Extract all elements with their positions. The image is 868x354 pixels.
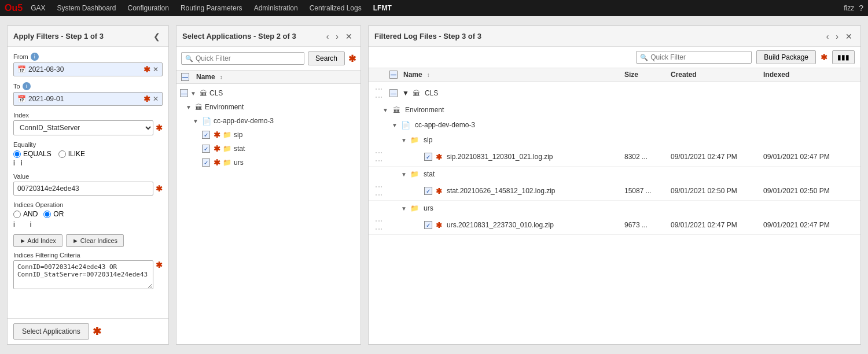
- right-search-input-wrapper[interactable]: 🔍: [636, 51, 752, 64]
- tree-row-urs[interactable]: ✱ 📁 urs: [176, 156, 361, 169]
- right-search-bar: 🔍 Build Package ✱ ▮▮▮: [369, 47, 860, 68]
- equality-radio-group: EQUALS ILIKE: [13, 150, 163, 158]
- right-select-all-checkbox[interactable]: [389, 71, 398, 79]
- right-tree-row-urs-file[interactable]: ⋮⋮ ✱ urs.20210831_223730_010.log.zip 967…: [369, 216, 860, 235]
- to-input-wrapper[interactable]: 📅 ✱ ✕: [13, 92, 163, 106]
- search-button[interactable]: Search: [308, 51, 345, 65]
- equals-radio[interactable]: [13, 150, 21, 158]
- columns-button[interactable]: ▮▮▮: [832, 50, 855, 64]
- to-clear-button[interactable]: ✕: [153, 95, 159, 103]
- tree-row-stat[interactable]: ✱ 📁 stat: [176, 142, 361, 156]
- or-radio-item[interactable]: OR: [43, 210, 64, 218]
- right-urs-file-checkbox[interactable]: [424, 221, 432, 229]
- right-tree-row-cc-app[interactable]: ▼ 📄 cc-app-dev-demo-3: [369, 117, 860, 132]
- right-stat-folder-icon: 📁: [410, 170, 419, 178]
- right-urs-file-created: 09/01/2021 02:47 PM: [671, 221, 763, 229]
- right-tree-row-stat-file[interactable]: ⋮⋮ ✱ stat.20210626_145812_102.log.zip 15…: [369, 182, 860, 201]
- urs-file-asterisk: ✱: [436, 221, 442, 230]
- to-input[interactable]: [28, 95, 141, 103]
- right-cc-app-toggle[interactable]: ▼: [392, 122, 399, 128]
- cc-app-toggle[interactable]: ▼: [193, 118, 200, 124]
- and-radio-item[interactable]: AND: [13, 210, 38, 218]
- right-tree-row-sip-file[interactable]: ⋮⋮ ✱ sip.20210831_120301_021.log.zip 830…: [369, 148, 860, 167]
- right-tree-row-stat[interactable]: ▼ 📁 stat: [369, 167, 860, 182]
- right-cls-checkbox[interactable]: [389, 89, 398, 97]
- close-middle-panel-button[interactable]: ✕: [343, 31, 355, 42]
- prev-right-button[interactable]: ‹: [824, 31, 832, 42]
- nav-administration[interactable]: Administration: [248, 0, 304, 16]
- right-cls-toggle[interactable]: ▼: [402, 89, 409, 97]
- urs-file-drag-handle: ⋮⋮: [373, 217, 385, 233]
- urs-checkbox[interactable]: [202, 158, 210, 167]
- middle-search-icon: 🔍: [185, 55, 193, 62]
- logo: Ou5: [5, 3, 23, 13]
- middle-search-input-wrapper[interactable]: 🔍: [181, 52, 304, 65]
- or-radio[interactable]: [43, 211, 51, 218]
- ilike-radio-item[interactable]: ILIKE: [58, 150, 85, 158]
- nav-gax[interactable]: GAX: [25, 0, 51, 16]
- right-name-col-header: Name ↕: [389, 71, 624, 79]
- ilike-radio[interactable]: [58, 150, 66, 158]
- clear-indices-button[interactable]: ► Clear Indices: [66, 234, 124, 247]
- select-applications-button[interactable]: Select Applications: [13, 323, 89, 340]
- close-right-panel-button[interactable]: ✕: [843, 31, 855, 42]
- from-input[interactable]: [28, 65, 141, 73]
- right-tree-row-sip[interactable]: ▼ 📁 sip: [369, 132, 860, 148]
- tree-row-environment[interactable]: ▼ 🏛 Environment: [176, 100, 361, 114]
- sip-checkbox[interactable]: [202, 131, 210, 139]
- indices-criteria-row: Indices Filtering Criteria ConnID=007203…: [13, 252, 163, 289]
- equals-radio-item[interactable]: EQUALS: [13, 150, 52, 158]
- nav-lfmt[interactable]: LFMT: [367, 0, 398, 16]
- stat-checkbox[interactable]: [202, 145, 210, 153]
- ilike-info-icon[interactable]: i: [21, 159, 23, 167]
- env-toggle[interactable]: ▼: [186, 104, 193, 110]
- cls-checkbox[interactable]: [180, 89, 188, 97]
- from-input-wrapper[interactable]: 📅 ✱ ✕: [13, 62, 163, 76]
- build-package-button[interactable]: Build Package: [756, 50, 816, 64]
- tree-row-cls[interactable]: ▼ 🏛 CLS: [176, 86, 361, 100]
- urs-folder-icon: 📁: [223, 158, 231, 167]
- from-clear-button[interactable]: ✕: [153, 65, 159, 73]
- right-env-toggle[interactable]: ▼: [382, 107, 389, 113]
- nav-system-dashboard[interactable]: System Dashboard: [51, 0, 122, 16]
- value-input[interactable]: [13, 182, 153, 196]
- nav-centralized-logs[interactable]: Centralized Logs: [304, 0, 367, 16]
- next-right-button[interactable]: ›: [833, 31, 841, 42]
- nav-configuration[interactable]: Configuration: [122, 0, 175, 16]
- to-asterisk: ✱: [144, 94, 150, 104]
- next-step-button[interactable]: ›: [333, 31, 341, 42]
- help-icon[interactable]: ?: [859, 3, 863, 13]
- and-radio[interactable]: [13, 211, 21, 218]
- equals-label: EQUALS: [23, 150, 52, 158]
- index-select[interactable]: ConnID_StatServer: [13, 120, 153, 135]
- equals-info-icon[interactable]: i: [13, 159, 15, 167]
- right-sort-icon[interactable]: ↕: [427, 72, 430, 78]
- or-info-icon[interactable]: i: [30, 220, 32, 228]
- prev-step-button[interactable]: ‹: [324, 31, 332, 42]
- indices-criteria-textarea[interactable]: ConnID=00720314e24ede43 OR ConnID_StatSe…: [13, 260, 153, 289]
- from-info-icon[interactable]: i: [31, 53, 39, 61]
- tree-row-cc-app[interactable]: ▼ 📄 cc-app-dev-demo-3: [176, 114, 361, 128]
- middle-sort-icon[interactable]: ↕: [220, 74, 223, 80]
- right-sip-file-checkbox[interactable]: [424, 153, 432, 161]
- nav-routing-parameters[interactable]: Routing Parameters: [175, 0, 248, 16]
- right-tree-row-cls[interactable]: ⋮⋮ ▼ 🏛 CLS: [369, 84, 860, 102]
- middle-select-all-checkbox[interactable]: [181, 73, 189, 81]
- and-info-icon[interactable]: i: [13, 220, 15, 228]
- cls-toggle[interactable]: ▼: [190, 90, 197, 97]
- urs-label: urs: [234, 158, 244, 167]
- right-urs-toggle[interactable]: ▼: [401, 205, 408, 212]
- right-search-input[interactable]: [650, 53, 748, 61]
- collapse-left-panel-button[interactable]: ❮: [151, 31, 163, 42]
- right-stat-toggle[interactable]: ▼: [401, 171, 408, 178]
- tree-row-sip[interactable]: ✱ 📁 sip: [176, 128, 361, 142]
- to-info-icon[interactable]: i: [23, 82, 31, 90]
- right-tree-row-env[interactable]: ▼ 🏛 Environment: [369, 102, 860, 117]
- add-index-button[interactable]: ► Add Index: [13, 234, 62, 247]
- from-calendar-icon: 📅: [17, 65, 26, 73]
- right-tree-row-urs[interactable]: ▼ 📁 urs: [369, 201, 860, 216]
- right-stat-file-checkbox[interactable]: [424, 187, 432, 195]
- right-sip-toggle[interactable]: ▼: [401, 137, 408, 143]
- to-label: To i: [13, 82, 163, 90]
- middle-search-input[interactable]: [196, 54, 300, 62]
